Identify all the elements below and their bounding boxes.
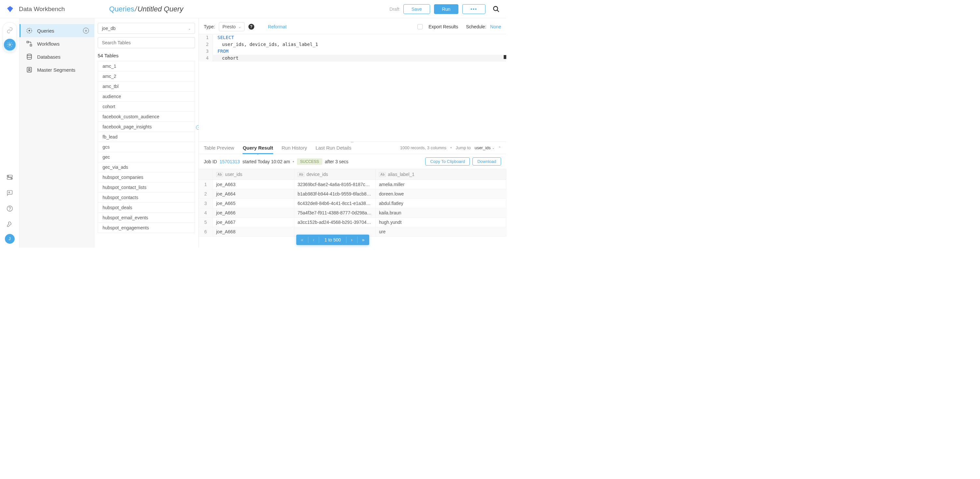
- job-duration: after 3 secs: [325, 159, 348, 164]
- table-item[interactable]: hubspot_engagements: [98, 223, 195, 233]
- table-item[interactable]: gec: [98, 152, 195, 162]
- page-first-button[interactable]: «: [296, 235, 308, 245]
- table-item[interactable]: gcs: [98, 142, 195, 152]
- nav-sidebar: Queries + Workflows Databases Master Seg…: [19, 18, 94, 247]
- plus-icon[interactable]: +: [83, 28, 89, 34]
- tab-table-preview[interactable]: Table Preview: [204, 142, 234, 154]
- search-icon[interactable]: [493, 6, 500, 13]
- download-button[interactable]: Download: [473, 157, 501, 166]
- table-item[interactable]: amc_2: [98, 71, 195, 81]
- job-id-link[interactable]: 15701313: [220, 159, 240, 164]
- nav-workflows[interactable]: Workflows: [19, 37, 94, 50]
- table-item[interactable]: facebook_page_insights: [98, 122, 195, 132]
- nav-label: Queries: [37, 28, 54, 34]
- rail-help-icon[interactable]: [4, 203, 16, 214]
- breadcrumb-root[interactable]: Queries: [109, 5, 134, 13]
- svg-point-2: [9, 44, 10, 46]
- tab-run-history[interactable]: Run History: [282, 142, 307, 154]
- code-editor[interactable]: 1SELECT2user_ids, device_ids, alias_labe…: [199, 34, 506, 141]
- export-label: Export Results: [428, 24, 458, 29]
- svg-point-5: [8, 176, 8, 177]
- tables-count: 54 Tables: [94, 51, 198, 61]
- column-header[interactable]: Abalias_label_1: [376, 169, 506, 180]
- table-list: amc_1amc_2amc_tblaudiencecohortfacebook_…: [98, 61, 195, 247]
- tab-query-result[interactable]: Query Result: [243, 142, 273, 154]
- column-header[interactable]: Abuser_ids: [213, 169, 294, 180]
- nav-label: Master Segments: [37, 67, 76, 73]
- collapse-icon[interactable]: ⌄: [498, 146, 501, 150]
- logo-icon: [6, 6, 14, 13]
- table-item[interactable]: amc_1: [98, 61, 195, 71]
- result-table: Abuser_ids Abdevice_ids Abalias_label_1 …: [199, 169, 506, 247]
- table-item[interactable]: hubspot_companies: [98, 172, 195, 182]
- table-row[interactable]: 4joe_A66675a4f3e7-f911-4388-8777-0d298a……: [199, 208, 506, 218]
- tab-last-run-details[interactable]: Last Run Details: [315, 142, 351, 154]
- job-id-label: Job ID: [204, 159, 217, 164]
- nav-label: Databases: [37, 54, 60, 60]
- svg-rect-15: [27, 67, 31, 72]
- svg-point-14: [27, 54, 31, 56]
- schedule-label: Schedule:: [466, 24, 486, 29]
- table-item[interactable]: hubspot_deals: [98, 203, 195, 213]
- search-tables-input[interactable]: [98, 37, 195, 48]
- svg-point-9: [10, 210, 10, 210]
- avatar[interactable]: J: [5, 234, 15, 244]
- svg-point-0: [493, 6, 498, 10]
- rail-chat-icon[interactable]: [4, 187, 16, 199]
- table-row[interactable]: 5joe_A667a3cc152b-ad24-4568-b291-39704c……: [199, 218, 506, 227]
- breadcrumb-current: Untitled Query: [137, 5, 183, 13]
- reformat-button[interactable]: Reformat: [268, 24, 287, 29]
- type-label: Type:: [204, 24, 215, 29]
- type-select[interactable]: Presto ⌄: [219, 22, 244, 31]
- page-range: 1 to 500: [319, 235, 346, 245]
- column-header[interactable]: Abdevice_ids: [294, 169, 376, 180]
- app-header: Data Workbench Queries / Untitled Query …: [0, 0, 506, 18]
- table-item[interactable]: hubspot_contacts: [98, 193, 195, 203]
- job-started: started Today 10:02 am: [243, 159, 290, 164]
- nav-label: Workflows: [37, 41, 60, 46]
- table-row[interactable]: 1joe_A66332369bcf-8ae2-4a6a-8165-8187c5……: [199, 180, 506, 189]
- rail-toggle-icon[interactable]: [4, 171, 16, 183]
- copy-button[interactable]: Copy To Clipboard: [425, 157, 470, 166]
- rail-settings-icon[interactable]: [4, 218, 16, 230]
- page-next-button[interactable]: ›: [347, 235, 357, 245]
- results-meta: 1000 records, 3 columns: [400, 145, 446, 150]
- page-last-button[interactable]: »: [358, 235, 369, 245]
- results-tabs: ═ Table Preview Query Result Run History…: [199, 141, 506, 154]
- table-item[interactable]: hubspot_contact_lists: [98, 182, 195, 193]
- nav-queries[interactable]: Queries +: [19, 24, 94, 37]
- rail-workbench-icon[interactable]: [4, 39, 16, 51]
- icon-rail: J: [0, 18, 19, 247]
- table-item[interactable]: gec_via_ads: [98, 162, 195, 172]
- job-status-bar: Job ID 15701313 started Today 10:02 am •…: [199, 154, 506, 169]
- editor-toolbar: Type: Presto ⌄ ? Reformat Export Results…: [199, 18, 506, 34]
- svg-point-11: [29, 30, 30, 31]
- table-item[interactable]: cohort: [98, 102, 195, 112]
- run-button[interactable]: Run: [434, 4, 459, 14]
- rail-link-icon[interactable]: [4, 24, 16, 36]
- table-row[interactable]: 2joe_A664b1ab983f-b944-41cb-9559-6facb84…: [199, 189, 506, 199]
- nav-master-segments[interactable]: Master Segments: [19, 63, 94, 76]
- save-button[interactable]: Save: [403, 4, 430, 14]
- page-prev-button[interactable]: ‹: [308, 235, 319, 245]
- jump-column-select[interactable]: user_ids ⌄: [475, 145, 495, 150]
- table-item[interactable]: amc_tbl: [98, 81, 195, 91]
- app-title: Data Workbench: [19, 6, 65, 13]
- table-item[interactable]: audience: [98, 91, 195, 102]
- table-item[interactable]: facebook_custom_audience: [98, 112, 195, 122]
- svg-rect-13: [30, 45, 32, 46]
- table-row[interactable]: 3joe_A6656c432de8-84b6-4c41-8cc1-e1a38a……: [199, 199, 506, 208]
- db-select[interactable]: joe_db ⌄: [98, 23, 195, 34]
- schedule-link[interactable]: None: [490, 24, 501, 29]
- chevron-down-icon: ⌄: [238, 25, 241, 29]
- breadcrumb: Queries / Untitled Query: [109, 5, 183, 13]
- chevron-down-icon: ⌄: [492, 146, 495, 150]
- help-icon[interactable]: ?: [248, 24, 254, 30]
- more-button[interactable]: •••: [462, 4, 485, 14]
- table-item[interactable]: hubspot_email_events: [98, 213, 195, 223]
- draft-label: Draft: [390, 6, 399, 12]
- nav-databases[interactable]: Databases: [19, 50, 94, 63]
- export-checkbox[interactable]: [417, 24, 423, 29]
- jump-label: Jump to: [456, 145, 471, 150]
- table-item[interactable]: fb_lead: [98, 132, 195, 142]
